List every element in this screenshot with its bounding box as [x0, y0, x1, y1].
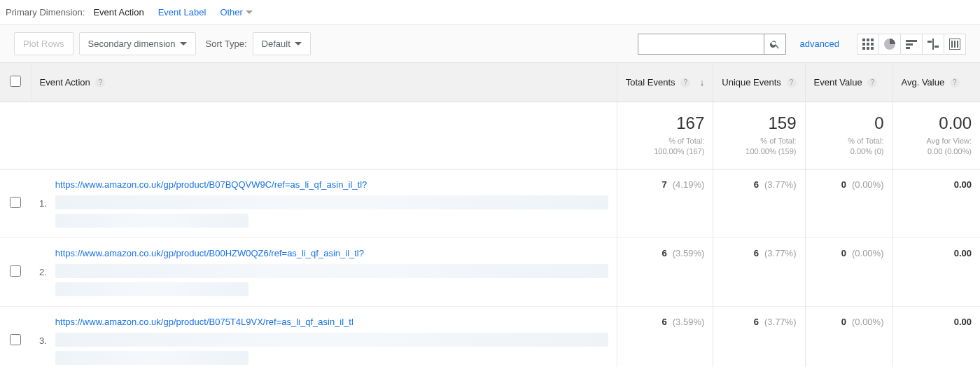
- help-icon[interactable]: ?: [95, 78, 105, 88]
- cell-total-events: 6(3.59%): [617, 237, 713, 306]
- summary-value: 167: [626, 113, 705, 133]
- comparison-icon: [927, 39, 939, 50]
- summary-value: 0: [814, 113, 884, 133]
- help-icon[interactable]: ?: [787, 78, 797, 88]
- view-data-table-button[interactable]: [857, 34, 879, 55]
- sort-type-button[interactable]: Default: [253, 32, 311, 55]
- summary-event-value: 0 % of Total:0.00% (0): [805, 102, 892, 169]
- tab-event-label[interactable]: Event Label: [158, 7, 206, 18]
- secondary-dimension-label: Secondary dimension: [88, 39, 176, 49]
- cell-unique-events: 6(3.77%): [713, 169, 805, 237]
- col-avg-value[interactable]: Avg. Value ?: [892, 63, 980, 102]
- search-icon: [769, 39, 780, 50]
- row-number: 2.: [31, 237, 55, 306]
- redacted-block: [55, 333, 608, 347]
- cell-total-events: 6(3.59%): [617, 306, 713, 367]
- plot-rows-label: Plot Rows: [23, 39, 64, 49]
- table-search: [638, 34, 786, 55]
- help-icon[interactable]: ?: [867, 78, 877, 88]
- col-total-events[interactable]: Total Events ? ↓: [617, 63, 713, 102]
- svg-rect-1: [906, 43, 913, 46]
- summary-value: 0.00: [902, 113, 972, 133]
- view-buttons: [858, 34, 966, 55]
- header-total-events: Total Events: [626, 77, 676, 88]
- row-checkbox[interactable]: [10, 197, 21, 208]
- sort-type-label: Sort Type:: [206, 39, 247, 49]
- col-event-action[interactable]: Event Action ?: [31, 63, 617, 102]
- event-action-cell: https://www.amazon.co.uk/gp/product/B075…: [55, 306, 617, 367]
- svg-rect-9: [957, 41, 958, 48]
- pie-icon: [884, 39, 895, 50]
- events-table: Event Action ? Total Events ? ↓ Unique E…: [0, 63, 980, 367]
- svg-rect-2: [906, 47, 910, 49]
- svg-rect-3: [932, 39, 934, 50]
- search-button[interactable]: [764, 34, 786, 55]
- table-row: 2. https://www.amazon.co.uk/gp/product/B…: [0, 237, 980, 306]
- primary-dimension-strip: Primary Dimension: Event Action Event La…: [0, 0, 980, 25]
- summary-avg-value: 0.00 Avg for View:0.00 (0.00%): [892, 102, 980, 169]
- help-icon[interactable]: ?: [950, 78, 960, 88]
- cell-event-value: 0(0.00%): [805, 237, 892, 306]
- table-toolbar: Plot Rows Secondary dimension Sort Type:…: [0, 25, 980, 63]
- summary-value: 159: [722, 113, 796, 133]
- chevron-down-icon: [180, 42, 187, 46]
- tab-other-label: Other: [220, 7, 243, 18]
- redacted-block: [55, 264, 608, 278]
- grid-icon: [862, 39, 874, 50]
- tab-other[interactable]: Other: [220, 7, 253, 18]
- event-action-link[interactable]: https://www.amazon.co.uk/gp/product/B00H…: [55, 248, 364, 258]
- cell-total-events: 7(4.19%): [617, 169, 713, 237]
- secondary-dimension-button[interactable]: Secondary dimension: [79, 32, 196, 55]
- help-icon[interactable]: ?: [680, 78, 690, 88]
- svg-rect-0: [906, 40, 917, 42]
- row-number: 3.: [31, 306, 55, 367]
- cell-avg-value: 0.00: [892, 169, 980, 237]
- summary-row: 167 % of Total:100.00% (167) 159 % of To…: [0, 102, 980, 169]
- pivot-icon: [949, 39, 960, 50]
- svg-rect-5: [934, 46, 939, 48]
- header-event-value: Event Value: [814, 77, 862, 88]
- view-pivot-button[interactable]: [944, 34, 966, 55]
- header-unique-events: Unique Events: [722, 77, 781, 88]
- row-number: 1.: [31, 169, 55, 237]
- sort-desc-icon: ↓: [700, 77, 705, 88]
- row-checkbox[interactable]: [10, 265, 21, 277]
- primary-dimension-label: Primary Dimension:: [6, 7, 85, 18]
- search-input[interactable]: [638, 34, 764, 55]
- redacted-block: [55, 351, 248, 365]
- redacted-block: [55, 282, 248, 296]
- select-all-header: [0, 63, 31, 102]
- cell-unique-events: 6(3.77%): [713, 237, 805, 306]
- view-comparison-button[interactable]: [922, 34, 944, 55]
- svg-rect-7: [951, 41, 953, 48]
- bars-icon: [906, 39, 917, 50]
- summary-total-events: 167 % of Total:100.00% (167): [617, 102, 713, 169]
- event-action-link[interactable]: https://www.amazon.co.uk/gp/product/B07B…: [55, 179, 367, 190]
- table-header-row: Event Action ? Total Events ? ↓ Unique E…: [0, 63, 980, 102]
- col-unique-events[interactable]: Unique Events ?: [713, 63, 805, 102]
- chevron-down-icon: [295, 42, 302, 46]
- cell-event-value: 0(0.00%): [805, 306, 892, 367]
- event-action-cell: https://www.amazon.co.uk/gp/product/B07B…: [55, 169, 617, 237]
- redacted-block: [55, 214, 248, 228]
- header-avg-value: Avg. Value: [902, 77, 945, 88]
- tab-event-action[interactable]: Event Action: [93, 7, 144, 18]
- header-event-action: Event Action: [40, 77, 90, 88]
- event-action-link[interactable]: https://www.amazon.co.uk/gp/product/B075…: [55, 317, 354, 327]
- cell-unique-events: 6(3.77%): [713, 306, 805, 367]
- row-checkbox[interactable]: [10, 334, 21, 345]
- sort-type-value: Default: [262, 39, 290, 49]
- col-event-value[interactable]: Event Value ?: [805, 63, 892, 102]
- advanced-link[interactable]: advanced: [800, 39, 839, 49]
- select-all-checkbox[interactable]: [10, 76, 21, 87]
- event-action-cell: https://www.amazon.co.uk/gp/product/B00H…: [55, 237, 617, 306]
- cell-avg-value: 0.00: [892, 237, 980, 306]
- view-percentage-button[interactable]: [878, 34, 901, 55]
- cell-avg-value: 0.00: [892, 306, 980, 367]
- cell-event-value: 0(0.00%): [805, 169, 892, 237]
- table-row: 3. https://www.amazon.co.uk/gp/product/B…: [0, 306, 980, 367]
- table-row: 1. https://www.amazon.co.uk/gp/product/B…: [0, 169, 980, 237]
- plot-rows-button[interactable]: Plot Rows: [14, 32, 74, 55]
- view-performance-button[interactable]: [900, 34, 923, 55]
- chevron-down-icon: [246, 11, 253, 15]
